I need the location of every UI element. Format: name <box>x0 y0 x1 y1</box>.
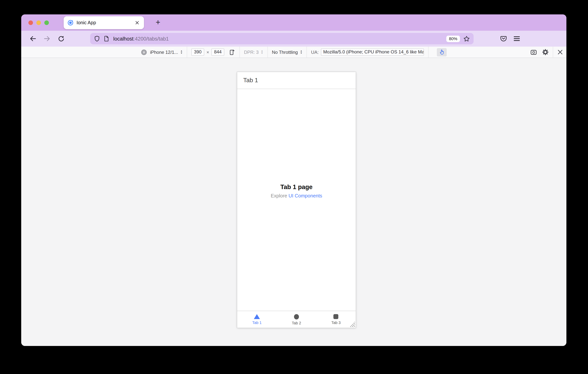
tab-button-tab1[interactable]: Tab 1 <box>237 311 277 328</box>
triangle-icon <box>254 314 260 319</box>
device-viewport: Tab 1 Tab 1 page Explore UI Components T… <box>237 72 356 328</box>
tab-label: Tab 2 <box>292 321 301 325</box>
close-rdm-icon[interactable] <box>557 49 563 55</box>
viewport-width-input[interactable]: 390 <box>191 49 204 56</box>
rdm-toolbar: iPhone 12/1... ▲▼ 390 × 844 DPR: 3 <box>21 47 567 58</box>
device-selector[interactable]: iPhone 12/1... ▲▼ <box>141 47 183 58</box>
viewport-size-controls: 390 × 844 <box>191 47 235 58</box>
rdm-right-buttons <box>530 47 563 58</box>
forward-button[interactable] <box>41 33 53 44</box>
viewport-height-input[interactable]: 844 <box>211 49 224 56</box>
toolbar-separator <box>187 47 187 58</box>
url-bar[interactable]: localhost:4200/tabs/tab1 80% <box>90 33 473 44</box>
ionic-header-title: Tab 1 <box>243 77 258 84</box>
rotate-viewport-icon[interactable] <box>229 49 235 55</box>
browser-window: Ionic App + <box>21 14 567 346</box>
tab-button-tab3[interactable]: Tab 3 <box>316 311 356 328</box>
screen: Ionic App + <box>0 0 588 374</box>
screenshot-camera-icon[interactable] <box>530 49 537 55</box>
explore-text: Explore UI Components <box>237 193 356 199</box>
dpr-label: DPR: 3 <box>244 49 259 55</box>
shield-icon[interactable] <box>94 36 100 42</box>
reload-button[interactable] <box>55 33 67 44</box>
lightning-circle-icon <box>141 49 147 55</box>
toolbar-separator <box>267 47 268 58</box>
rdm-content-area: Tab 1 Tab 1 page Explore UI Components T… <box>21 58 567 346</box>
dpr-selector[interactable]: DPR: 3 ▲▼ <box>244 47 263 58</box>
url-text: localhost:4200/tabs/tab1 <box>113 36 169 42</box>
tab-label: Tab 3 <box>331 321 341 325</box>
back-button[interactable] <box>27 33 39 44</box>
dpr-stepper-icon: ▲▼ <box>261 50 263 54</box>
ua-label: UA: <box>311 49 319 55</box>
ua-input[interactable]: Mozilla/5.0 (iPhone; CPU iPhone OS 14_6 … <box>321 49 424 56</box>
tab-close-icon[interactable] <box>134 20 140 26</box>
zoom-level-badge[interactable]: 80% <box>446 35 460 42</box>
window-controls <box>28 21 49 25</box>
throttling-label: No Throttling <box>272 49 298 55</box>
user-agent-control: UA: Mozilla/5.0 (iPhone; CPU iPhone OS 1… <box>311 47 424 58</box>
tab-title: Ionic App <box>76 20 96 25</box>
pocket-icon[interactable] <box>500 35 507 42</box>
explore-container: Tab 1 page Explore UI Components <box>237 183 356 199</box>
ionic-tab-bar: Tab 1 Tab 2 Tab 3 <box>237 311 356 328</box>
device-selector-label: iPhone 12/1... <box>150 49 178 55</box>
window-titlebar: Ionic App + <box>21 14 567 31</box>
toolbar-separator <box>240 47 240 58</box>
ionic-header: Tab 1 <box>237 72 356 89</box>
browser-tab-ionic-app[interactable]: Ionic App <box>64 16 144 29</box>
navbar-right-buttons <box>500 35 522 42</box>
close-window-button[interactable] <box>28 21 33 25</box>
maximize-window-button[interactable] <box>44 21 49 25</box>
toolbar-separator <box>306 47 307 58</box>
page-info-icon[interactable] <box>104 36 109 42</box>
ionic-content: Tab 1 page Explore UI Components <box>237 89 356 311</box>
ellipse-icon <box>294 314 299 319</box>
ionic-favicon-icon <box>67 20 74 26</box>
throttling-stepper-icon: ▲▼ <box>300 50 302 54</box>
tab-button-tab2[interactable]: Tab 2 <box>277 311 316 328</box>
menu-icon[interactable] <box>514 35 520 42</box>
toolbar-separator <box>428 47 429 58</box>
toolbar-separator <box>553 47 553 58</box>
ui-components-link[interactable]: UI Components <box>289 193 322 199</box>
url-host: localhost <box>113 36 134 42</box>
settings-gear-icon[interactable] <box>542 49 549 55</box>
explore-prefix: Explore <box>271 193 289 199</box>
throttling-selector[interactable]: No Throttling ▲▼ <box>272 47 302 58</box>
touch-simulation-button[interactable] <box>437 48 447 56</box>
navigation-toolbar: localhost:4200/tabs/tab1 80% <box>21 31 567 47</box>
square-icon <box>334 314 338 319</box>
dimension-separator: × <box>207 49 209 55</box>
url-path: :4200/tabs/tab1 <box>134 36 169 42</box>
page-title: Tab 1 page <box>237 183 356 191</box>
tab-label: Tab 1 <box>252 321 262 325</box>
device-stepper-icon: ▲▼ <box>180 50 183 54</box>
bookmark-star-icon[interactable] <box>463 35 470 42</box>
minimize-window-button[interactable] <box>36 21 41 25</box>
new-tab-button[interactable]: + <box>153 17 163 27</box>
